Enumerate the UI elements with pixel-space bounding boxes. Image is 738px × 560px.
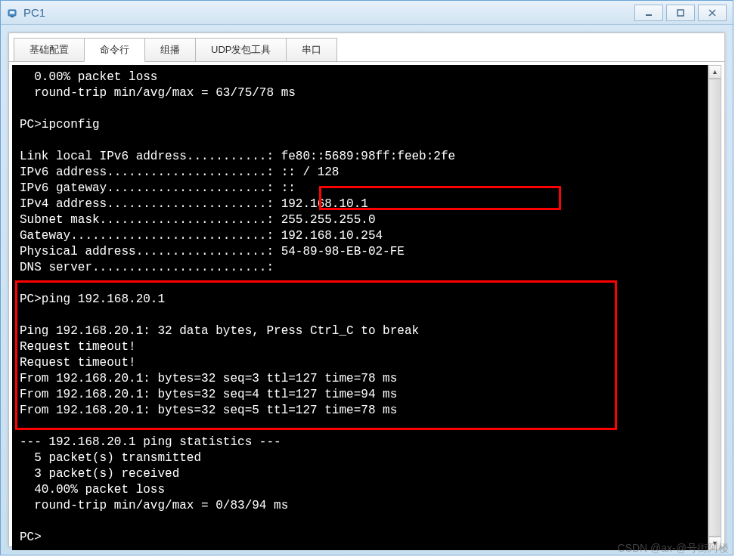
window-controls [634,5,727,21]
tab-basic-config[interactable]: 基础配置 [14,38,85,62]
titlebar[interactable]: PC1 [1,1,733,25]
terminal-container: 0.00% packet loss round-trip min/avg/max… [9,61,724,553]
svg-rect-4 [678,10,684,16]
tab-udp-packet[interactable]: UDP发包工具 [195,38,287,62]
svg-rect-2 [11,16,14,17]
scrollbar[interactable]: ▲ ▼ [708,65,721,550]
minimize-button[interactable] [634,5,663,21]
tab-bar: 基础配置 命令行 组播 UDP发包工具 串口 [9,33,724,62]
highlight-box-2 [15,280,617,430]
svg-rect-1 [10,11,14,14]
app-window: PC1 基础配置 命令行 组播 UDP发包工具 串口 0.00% packet … [0,0,733,555]
app-icon [7,7,19,19]
watermark: CSDN @ax-@号街阿楼 [618,542,729,555]
maximize-button[interactable] [666,5,695,21]
content-area: 基础配置 命令行 组播 UDP发包工具 串口 0.00% packet loss… [8,32,725,547]
scroll-thumb[interactable] [709,79,721,537]
tab-command-line[interactable]: 命令行 [84,38,145,62]
tab-multicast[interactable]: 组播 [144,38,196,62]
scroll-up-arrow[interactable]: ▲ [709,65,721,79]
close-button[interactable] [698,5,727,21]
window-title: PC1 [23,6,45,19]
highlight-box-1 [319,186,561,210]
tab-serial[interactable]: 串口 [286,38,337,62]
terminal-output[interactable]: 0.00% packet loss round-trip min/avg/max… [12,65,708,550]
